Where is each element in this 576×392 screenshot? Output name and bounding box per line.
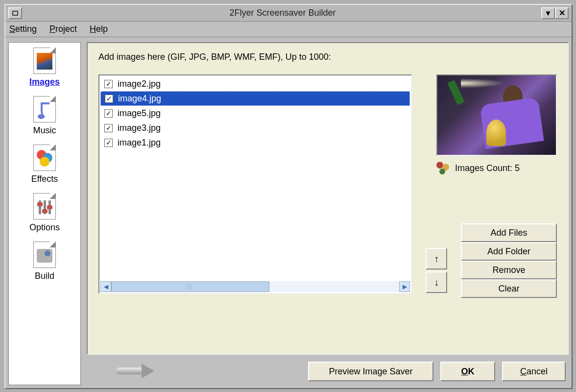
menu-help[interactable]: Help xyxy=(90,24,108,34)
image-count-label: Images Count: 5 xyxy=(455,163,520,173)
add-folder-button[interactable]: Add Folder xyxy=(461,242,557,261)
main-panel: Add images here (GIF, JPG, BMP, WMF, EMF… xyxy=(87,42,569,355)
arrow-icon xyxy=(116,364,160,378)
sidebar: Images Music Effects Options Build xyxy=(8,42,81,385)
scroll-thumb[interactable] xyxy=(111,281,269,292)
scroll-track[interactable] xyxy=(111,281,399,292)
move-up-button[interactable]: ↑ xyxy=(426,248,447,270)
images-icon xyxy=(33,48,56,74)
build-icon xyxy=(33,242,56,268)
checkbox[interactable]: ✓ xyxy=(104,109,113,118)
file-name: image3.jpg xyxy=(118,123,161,133)
list-item[interactable]: ✓image5.jpg xyxy=(100,106,410,121)
preview-button[interactable]: Preview Image Saver xyxy=(308,362,433,381)
sidebar-item-music[interactable]: Music xyxy=(33,96,56,136)
file-name: image1.jpg xyxy=(118,138,161,148)
sidebar-item-build[interactable]: Build xyxy=(33,242,56,281)
checkbox[interactable]: ✓ xyxy=(105,95,113,103)
checkbox[interactable]: ✓ xyxy=(104,80,113,88)
add-files-button[interactable]: Add Files xyxy=(461,223,557,242)
sidebar-label-images: Images xyxy=(29,77,60,87)
system-menu-button[interactable] xyxy=(8,7,22,19)
window-title: 2Flyer Screensaver Builder xyxy=(24,8,541,18)
horizontal-scrollbar[interactable]: ◀ ▶ xyxy=(100,281,410,292)
clear-button[interactable]: Clear xyxy=(461,279,557,298)
remove-button[interactable]: Remove xyxy=(461,261,557,279)
sidebar-item-effects[interactable]: Effects xyxy=(31,145,58,184)
list-item[interactable]: ✓image4.jpg xyxy=(100,91,410,106)
move-down-button[interactable]: ↓ xyxy=(426,271,447,293)
menu-project[interactable]: Project xyxy=(49,24,77,34)
ok-button[interactable]: OK xyxy=(440,362,495,381)
sidebar-label-build: Build xyxy=(35,271,54,281)
instruction-text: Add images here (GIF, JPG, BMP, WMF, EMF… xyxy=(98,52,557,62)
scroll-right-button[interactable]: ▶ xyxy=(399,281,410,292)
options-icon xyxy=(33,193,56,220)
file-name: image2.jpg xyxy=(118,79,161,89)
sidebar-item-options[interactable]: Options xyxy=(29,193,60,233)
file-list[interactable]: ✓image2.jpg✓image4.jpg✓image5.jpg✓image3… xyxy=(98,74,412,294)
menubar: Setting Project Help xyxy=(5,22,572,37)
effects-icon xyxy=(33,145,56,171)
sidebar-item-images[interactable]: Images xyxy=(29,48,60,87)
image-count-row: Images Count: 5 xyxy=(436,162,557,174)
menu-setting[interactable]: Setting xyxy=(9,24,37,34)
cancel-button[interactable]: Cancel xyxy=(502,362,566,381)
sidebar-label-options: Options xyxy=(29,222,60,233)
list-item[interactable]: ✓image3.jpg xyxy=(100,121,410,135)
image-preview xyxy=(436,74,557,156)
checkbox[interactable]: ✓ xyxy=(104,124,113,132)
bottom-bar: Preview Image Saver OK Cancel xyxy=(87,358,569,385)
file-name: image5.jpg xyxy=(118,108,161,119)
app-window: 2Flyer Screensaver Builder ▾ ✕ Setting P… xyxy=(4,4,573,389)
list-item[interactable]: ✓image1.jpg xyxy=(100,135,410,150)
close-button[interactable]: ✕ xyxy=(555,7,569,19)
sidebar-label-effects: Effects xyxy=(31,174,58,184)
titlebar: 2Flyer Screensaver Builder ▾ ✕ xyxy=(5,5,572,22)
scroll-left-button[interactable]: ◀ xyxy=(100,281,111,292)
checkbox[interactable]: ✓ xyxy=(104,139,113,147)
sidebar-label-music: Music xyxy=(33,125,56,136)
list-item[interactable]: ✓image2.jpg xyxy=(100,76,410,91)
minimize-button[interactable]: ▾ xyxy=(541,7,555,19)
film-reel-icon xyxy=(436,162,449,174)
file-name: image4.jpg xyxy=(118,94,161,104)
music-icon xyxy=(33,96,56,122)
